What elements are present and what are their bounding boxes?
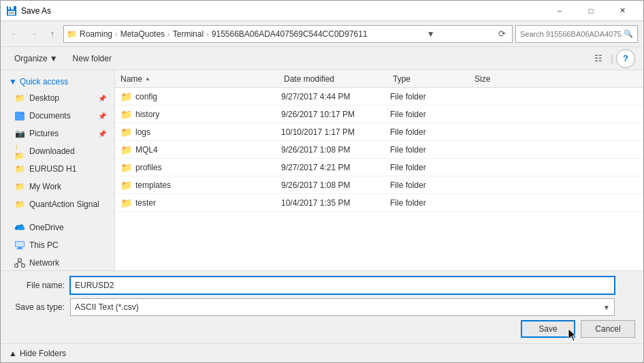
- cancel-button[interactable]: Cancel: [581, 320, 635, 338]
- desktop-pin-icon: 📌: [98, 95, 106, 102]
- sidebar-item-pictures[interactable]: 📷 Pictures 📌: [1, 125, 114, 142]
- organize-button[interactable]: Organize ▼: [9, 50, 63, 67]
- search-box[interactable]: 🔍: [515, 25, 638, 43]
- breadcrumb-terminal[interactable]: Terminal: [173, 29, 204, 39]
- close-button[interactable]: ✕: [607, 1, 638, 21]
- mywork-icon: 📁: [14, 181, 25, 192]
- file-date-logs: 10/10/2017 1:17 PM: [281, 127, 390, 137]
- svg-point-13: [15, 264, 18, 268]
- folder-icon-config: 📁: [120, 91, 131, 102]
- folder-icon-logs: 📁: [120, 127, 131, 138]
- file-row[interactable]: 📁 logs 10/10/2017 1:17 PM File folder: [115, 123, 643, 141]
- title-bar-buttons: − □ ✕: [544, 1, 638, 21]
- file-type-config: File folder: [390, 92, 472, 101]
- file-row[interactable]: 📁 config 9/27/2017 4:44 PM File folder: [115, 88, 643, 106]
- quantaction-icon: 📁: [14, 199, 25, 210]
- search-input[interactable]: [520, 30, 624, 38]
- svg-rect-5: [15, 112, 22, 121]
- sidebar-item-downloaded[interactable]: ↓📁 Downloaded: [1, 142, 114, 160]
- maximize-button[interactable]: □: [575, 1, 607, 21]
- file-row[interactable]: 📁 tester 10/4/2017 1:35 PM File folder: [115, 194, 643, 212]
- file-type-history: File folder: [390, 110, 472, 119]
- file-row[interactable]: 📁 history 9/26/2017 10:17 PM File folder: [115, 106, 643, 123]
- address-folder-icon: 📁: [67, 29, 77, 39]
- search-icon: 🔍: [624, 29, 633, 38]
- address-bar[interactable]: 📁 Roaming › MetaQuotes › Terminal › 9155…: [63, 25, 513, 43]
- file-list-header: Name ▲ Date modified Type Size: [115, 70, 643, 88]
- sidebar-item-network-label: Network: [29, 258, 59, 268]
- save-button-label: Save: [538, 324, 557, 334]
- sidebar-item-this-pc[interactable]: This PC: [1, 236, 114, 254]
- sidebar-item-quantaction[interactable]: 📁 QuantAction Signal: [1, 195, 114, 213]
- address-dropdown-button[interactable]: ▼: [423, 27, 438, 42]
- save-button[interactable]: Save: [521, 320, 575, 338]
- breadcrumb-folder[interactable]: 915566BA06ADA407569C544CC0D97611: [212, 29, 368, 39]
- organize-dropdown-icon: ▼: [50, 54, 58, 63]
- file-date-config: 9/27/2017 4:44 PM: [281, 92, 390, 101]
- new-folder-button[interactable]: New folder: [66, 50, 118, 67]
- col-date-header[interactable]: Date modified: [284, 74, 393, 84]
- sidebar-item-onedrive[interactable]: OneDrive: [1, 219, 114, 236]
- file-name-input[interactable]: [70, 277, 615, 294]
- file-row[interactable]: 📁 MQL4 9/26/2017 1:08 PM File folder: [115, 141, 643, 159]
- file-date-profiles: 9/27/2017 4:21 PM: [281, 163, 390, 172]
- file-type-mql4: File folder: [390, 145, 472, 155]
- sidebar-item-pictures-label: Pictures: [29, 129, 59, 138]
- forward-button[interactable]: →: [25, 26, 42, 42]
- quick-access-label: Quick access: [20, 77, 68, 86]
- this-pc-icon: [14, 240, 25, 251]
- hide-folders-button[interactable]: ▲ Hide Folders: [9, 349, 66, 358]
- sidebar-item-mywork[interactable]: 📁 My Work: [1, 178, 114, 195]
- file-name-mql4: MQL4: [135, 145, 281, 155]
- quick-access-collapse-icon: ▼: [9, 77, 17, 86]
- col-type-header[interactable]: Type: [393, 74, 474, 84]
- help-button[interactable]: ?: [616, 49, 635, 68]
- sidebar-item-desktop-label: Desktop: [29, 93, 59, 103]
- up-button[interactable]: ↑: [44, 26, 61, 42]
- file-row[interactable]: 📁 templates 9/26/2017 1:08 PM File folde…: [115, 176, 643, 194]
- view-button[interactable]: ☷: [589, 50, 608, 67]
- col-name-header[interactable]: Name ▲: [120, 74, 284, 84]
- save-as-value: ASCII Text (*.csv): [75, 302, 139, 312]
- file-date-history: 9/26/2017 10:17 PM: [281, 110, 390, 119]
- save-as-row: Save as type: ASCII Text (*.csv) ▼: [9, 298, 635, 316]
- file-row[interactable]: 📁 profiles 9/27/2017 4:21 PM File folder: [115, 159, 643, 176]
- breadcrumb-metaquotes[interactable]: MetaQuotes: [120, 29, 165, 39]
- folder-icon-profiles: 📁: [120, 162, 131, 173]
- sidebar-item-network[interactable]: Network: [1, 254, 114, 270]
- save-as-dialog: Save As − □ ✕ ← → ↑ 📁 Roaming › MetaQuot…: [0, 0, 644, 363]
- minimize-button[interactable]: −: [544, 1, 575, 21]
- sidebar-item-desktop[interactable]: 📁 Desktop 📌: [1, 89, 114, 107]
- quick-access-header[interactable]: ▼ Quick access: [1, 74, 114, 89]
- svg-line-15: [16, 262, 20, 264]
- save-as-dropdown[interactable]: ASCII Text (*.csv) ▼: [70, 298, 615, 316]
- sidebar-item-documents[interactable]: Documents 📌: [1, 107, 114, 125]
- breadcrumb-roaming[interactable]: Roaming: [80, 29, 112, 39]
- file-name-history: history: [135, 110, 281, 119]
- pictures-icon: 📷: [14, 128, 25, 139]
- sidebar-item-this-pc-label: This PC: [29, 240, 59, 250]
- file-name-templates: templates: [135, 180, 281, 190]
- sidebar-item-mywork-label: My Work: [29, 182, 61, 191]
- folder-icon-templates: 📁: [120, 180, 131, 191]
- back-button[interactable]: ←: [6, 26, 22, 42]
- sidebar-item-quantaction-label: QuantAction Signal: [29, 200, 99, 209]
- title-bar: Save As − □ ✕: [1, 1, 643, 21]
- sort-icon: ▲: [145, 76, 150, 82]
- eurusd-icon: 📁: [14, 163, 25, 174]
- save-as-label: Save as type:: [9, 302, 70, 312]
- sidebar-item-eurusd[interactable]: 📁 EURUSD H1: [1, 160, 114, 178]
- file-name-tester: tester: [135, 198, 281, 208]
- sidebar-item-downloaded-label: Downloaded: [29, 146, 75, 156]
- documents-icon: [14, 110, 25, 121]
- breadcrumb-sep-3: ›: [206, 30, 209, 38]
- file-date-mql4: 9/26/2017 1:08 PM: [281, 145, 390, 155]
- col-size-header[interactable]: Size: [474, 74, 529, 84]
- file-date-templates: 9/26/2017 1:08 PM: [281, 180, 390, 190]
- refresh-button[interactable]: ⟳: [494, 27, 509, 42]
- svg-rect-9: [16, 242, 24, 247]
- file-name-config: config: [135, 92, 281, 101]
- bottom-buttons: Save Cancel: [9, 320, 635, 338]
- new-folder-label: New folder: [73, 54, 112, 63]
- dialog-title: Save As: [21, 6, 544, 16]
